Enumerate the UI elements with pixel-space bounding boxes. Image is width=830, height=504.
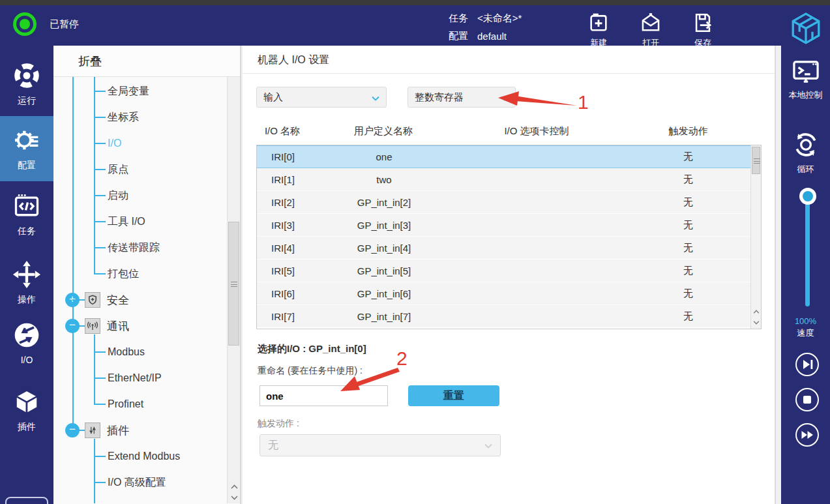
- sidebar-bottom-button[interactable]: [5, 497, 48, 504]
- sidebar-item-label: 运行: [18, 95, 36, 107]
- table-scrollbar-handle[interactable]: [752, 147, 760, 174]
- table-row[interactable]: IRI[4] GP_int_in[4] 无: [257, 237, 761, 259]
- status-indicator-icon: [13, 12, 37, 36]
- tree-item-conveyor[interactable]: 传送带跟踪: [53, 235, 226, 261]
- trigger-cell: 无: [615, 265, 761, 277]
- sidebar-item-plugin[interactable]: 插件: [0, 385, 53, 436]
- scroll-up-button[interactable]: [228, 481, 240, 492]
- sliders-icon: [85, 422, 100, 438]
- table-row[interactable]: IRI[0] one 无: [257, 145, 761, 168]
- table-row[interactable]: IRI[5] GP_int_in[5] 无: [257, 259, 761, 282]
- sidebar-item-label: 插件: [18, 421, 36, 433]
- collapse-header[interactable]: 折叠: [53, 46, 240, 77]
- tree-item-tool-io[interactable]: 工具 I/O: [53, 209, 226, 235]
- stop-button[interactable]: [795, 387, 820, 412]
- trigger-action-label: 触发动作 :: [258, 418, 299, 430]
- table-row[interactable]: IRI[1] two 无: [257, 168, 761, 191]
- tree-node-safety[interactable]: + 安全: [53, 287, 226, 313]
- rename-label: 重命名 (要在任务中使用) :: [258, 365, 363, 377]
- table-row[interactable]: IRI[7] GP_int_in[7] 无: [257, 305, 761, 328]
- reset-button[interactable]: 重置: [408, 385, 499, 406]
- sidebar-item-config[interactable]: 配置: [0, 116, 53, 181]
- robot-io-settings-panel: 机器人 I/O 设置 输入 整数寄存器 I/O 名称 用户定义名称 I/O 选项…: [243, 46, 776, 504]
- app-logo-icon: [790, 12, 822, 46]
- user-name-cell: one: [309, 151, 459, 162]
- io-direction-dropdown[interactable]: 输入: [256, 87, 387, 108]
- speed-slider-thumb[interactable]: [799, 188, 816, 205]
- sidebar-item-io[interactable]: I/O: [0, 318, 53, 368]
- loop-label: 循环: [797, 164, 814, 175]
- trigger-cell: 无: [615, 310, 761, 323]
- scroll-up-button[interactable]: [751, 306, 762, 317]
- step-next-button[interactable]: [795, 352, 820, 377]
- save-button[interactable]: 保存: [685, 12, 721, 49]
- table-scrollbar[interactable]: [750, 145, 761, 329]
- top-bar: 已暂停 任务 <未命名>* 配置 default 新建: [0, 5, 830, 46]
- table-row[interactable]: IRI[3] GP_int_in[3] 无: [257, 214, 761, 237]
- tree-item-io[interactable]: I/O: [53, 130, 226, 156]
- fast-forward-button[interactable]: [795, 422, 820, 447]
- tree-item-extend-modbus[interactable]: Extend Modbus: [53, 443, 226, 469]
- tree-item-global-vars[interactable]: 全局变量: [53, 78, 226, 104]
- tree-node-communication[interactable]: − 通讯: [53, 313, 226, 339]
- io-name-cell: IRI[7]: [257, 311, 309, 322]
- code-window-icon: [12, 192, 41, 222]
- speed-slider-track[interactable]: [805, 196, 810, 306]
- config-name: default: [477, 31, 507, 42]
- config-tree-panel: 折叠 全局变量 坐标系 I/O 原点 启动 工具 I/O 传送带跟踪 打包位 +…: [53, 46, 241, 504]
- window-top-strip: [0, 0, 830, 5]
- io-name-cell: IRI[1]: [257, 174, 309, 185]
- speed-percent: 100%: [781, 316, 830, 326]
- open-button[interactable]: 打开: [632, 12, 669, 49]
- loop-button[interactable]: 循环: [781, 130, 830, 175]
- run-status: 已暂停: [13, 12, 79, 36]
- new-file-icon: [587, 12, 610, 36]
- status-text: 已暂停: [50, 18, 79, 31]
- tree-item-io-advanced[interactable]: I/O 高级配置: [53, 469, 226, 496]
- column-header: 用户定义名称: [308, 125, 458, 138]
- chevron-down-icon: [484, 439, 492, 451]
- move-arrows-icon: [12, 260, 41, 291]
- io-name-cell: IRI[6]: [257, 288, 309, 299]
- tree-node-plugin[interactable]: − 插件: [53, 417, 226, 443]
- tree-item-modbus[interactable]: Modbus: [53, 339, 226, 365]
- open-file-icon: [639, 12, 662, 36]
- task-label: 任务: [449, 12, 468, 25]
- column-header: I/O 名称: [256, 125, 308, 138]
- sidebar-item-operate[interactable]: 操作: [0, 258, 53, 308]
- io-type-dropdown[interactable]: 整数寄存器: [408, 87, 516, 108]
- scroll-down-button[interactable]: [228, 492, 240, 503]
- io-arrows-icon: [12, 321, 41, 351]
- sidebar-item-label: 任务: [18, 226, 36, 237]
- sidebar-item-label: 操作: [18, 294, 36, 306]
- rename-input[interactable]: [259, 385, 388, 406]
- chevron-down-icon: [501, 92, 509, 103]
- local-control-button[interactable]: 本地控制: [781, 59, 830, 101]
- column-header: I/O 选项卡控制: [458, 125, 615, 138]
- run-icon: [12, 61, 41, 92]
- selected-io-text: 选择的I/O : GP_int_in[0]: [258, 343, 366, 355]
- task-name: <未命名>*: [477, 12, 522, 25]
- tree-item-pack-position[interactable]: 打包位: [53, 261, 226, 287]
- sidebar-item-task[interactable]: 任务: [0, 189, 53, 240]
- trigger-cell: 无: [615, 151, 761, 163]
- tree-scrollbar[interactable]: [227, 77, 240, 503]
- new-button[interactable]: 新建: [580, 12, 617, 49]
- user-name-cell: GP_int_in[5]: [309, 265, 459, 276]
- sidebar-item-label: 配置: [18, 160, 36, 171]
- sidebar-item-run[interactable]: 运行: [0, 59, 53, 110]
- tree-item-ethernet-ip[interactable]: EtherNet/IP: [53, 365, 226, 391]
- tree-item-startup[interactable]: 启动: [53, 183, 226, 209]
- tree-item-origin[interactable]: 原点: [53, 156, 226, 183]
- table-row[interactable]: IRI[2] GP_int_in[2] 无: [257, 191, 761, 214]
- annotation-number-1: 1: [578, 91, 589, 113]
- sidebar-item-label: I/O: [21, 355, 33, 365]
- tree-item-coordinate[interactable]: 坐标系: [53, 104, 226, 130]
- terminal-icon: [791, 59, 821, 87]
- trigger-cell: 无: [615, 196, 761, 209]
- table-row[interactable]: IRI[6] GP_int_in[6] 无: [257, 282, 761, 305]
- tree-item-profinet[interactable]: Profinet: [53, 391, 226, 417]
- tree-scrollbar-handle[interactable]: [228, 222, 239, 346]
- user-name-cell: GP_int_in[4]: [309, 243, 459, 254]
- scroll-down-button[interactable]: [751, 317, 762, 328]
